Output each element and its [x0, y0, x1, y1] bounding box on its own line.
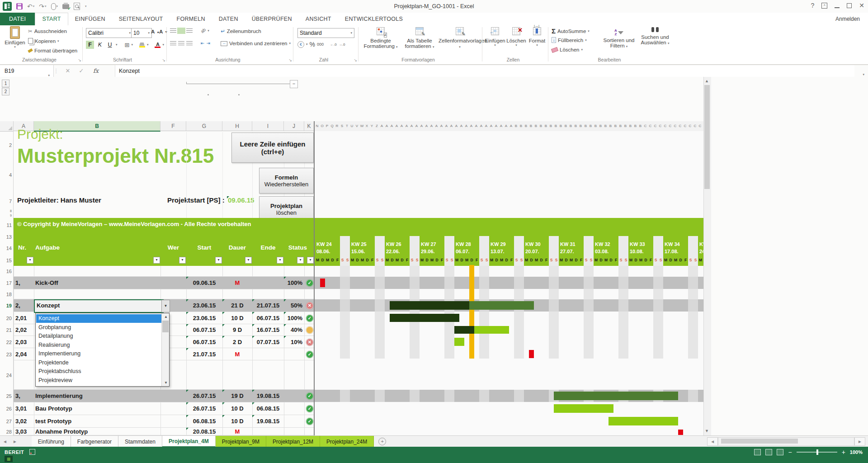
- action-button-1[interactable]: Leere Zeile einfügen(ctrl+e): [231, 132, 314, 163]
- column-header-day[interactable]: B: [613, 121, 618, 131]
- row-header-20[interactable]: 20: [0, 315, 12, 321]
- column-header-day[interactable]: A: [494, 121, 499, 131]
- column-header-day[interactable]: Q: [330, 121, 335, 131]
- ribbon-tab-datei[interactable]: DATEI: [0, 13, 35, 25]
- page-layout-view-icon[interactable]: [765, 449, 772, 455]
- scroll-down-icon[interactable]: ▼: [705, 429, 709, 433]
- column-header-day[interactable]: S: [340, 121, 344, 131]
- dropdown-item[interactable]: Realisierung: [36, 341, 163, 350]
- row-header-25[interactable]: 25: [0, 393, 12, 399]
- column-header-day[interactable]: W: [359, 121, 364, 131]
- column-header-day[interactable]: B: [578, 121, 583, 131]
- font-color-icon[interactable]: A: [155, 42, 160, 48]
- gantt-bar-bright[interactable]: [554, 404, 613, 413]
- help-icon[interactable]: ?: [811, 2, 814, 9]
- column-header-day[interactable]: B: [628, 121, 633, 131]
- column-header-day[interactable]: X: [364, 121, 369, 131]
- grow-font-button[interactable]: A▲: [151, 29, 160, 34]
- align-right-icon[interactable]: [186, 41, 193, 46]
- row-header-14[interactable]: 14: [0, 245, 12, 251]
- copy-button[interactable]: Kopieren▾: [28, 38, 59, 44]
- close-icon[interactable]: ✕: [859, 2, 864, 9]
- decrease-indent-icon[interactable]: ⇤: [201, 41, 204, 46]
- column-header-I[interactable]: I: [252, 121, 284, 131]
- column-header-day[interactable]: C: [698, 121, 703, 131]
- find-select-button[interactable]: Suchen und Auswählen ▾: [637, 27, 673, 45]
- font-family-select[interactable]: Calibri▾: [86, 28, 133, 38]
- row-header-26[interactable]: 26: [0, 406, 12, 412]
- row-header-27[interactable]: 27: [0, 418, 12, 425]
- ribbon-tab-überprüfen[interactable]: ÜBERPRÜFEN: [245, 13, 299, 25]
- filter-dropdown-icon[interactable]: ▼: [179, 257, 186, 264]
- ribbon-tab-entwicklertools[interactable]: ENTWICKLERTOOLS: [338, 13, 410, 25]
- thousands-icon[interactable]: 000: [317, 42, 324, 47]
- column-header-day[interactable]: B: [553, 121, 558, 131]
- number-format-select[interactable]: Standard▾: [297, 28, 354, 38]
- column-header-day[interactable]: N: [315, 121, 320, 131]
- align-middle-icon[interactable]: [178, 28, 184, 33]
- row-header-18[interactable]: 18: [0, 291, 12, 298]
- column-header-day[interactable]: B: [543, 121, 548, 131]
- decrease-decimal-icon[interactable]: →.0: [339, 43, 345, 47]
- hscroll-left-icon[interactable]: ◄: [707, 437, 718, 446]
- gantt-bar-red[interactable]: [529, 350, 534, 358]
- column-header-day[interactable]: A: [439, 121, 444, 131]
- wrap-text-button[interactable]: ↵Zeilenumbruch: [221, 28, 261, 34]
- sheet-tab-projektplan_9m[interactable]: Projektplan_9M: [216, 436, 266, 447]
- column-header-day[interactable]: C: [673, 121, 678, 131]
- column-header-F[interactable]: F: [160, 121, 186, 131]
- row-header-9[interactable]: 9: [0, 213, 12, 219]
- column-header-day[interactable]: C: [663, 121, 668, 131]
- column-header-day[interactable]: B: [608, 121, 613, 131]
- cell-styles-button[interactable]: Zellenformatvorlagen ▾: [439, 27, 481, 49]
- scroll-up-icon[interactable]: ▲: [164, 315, 168, 319]
- ribbon-tab-ansicht[interactable]: ANSICHT: [299, 13, 338, 25]
- column-header-day[interactable]: A: [479, 121, 484, 131]
- column-header-day[interactable]: A: [394, 121, 399, 131]
- column-header-day[interactable]: B: [528, 121, 533, 131]
- column-header-day[interactable]: Y: [369, 121, 374, 131]
- column-header-day[interactable]: B: [558, 121, 563, 131]
- column-header-day[interactable]: A: [379, 121, 384, 131]
- column-header-day[interactable]: A: [419, 121, 424, 131]
- column-header-day[interactable]: A: [509, 121, 514, 131]
- clear-button[interactable]: Löschen▾: [552, 47, 583, 52]
- row-header-4[interactable]: 4: [0, 172, 12, 178]
- percent-icon[interactable]: %: [310, 41, 315, 48]
- sheet-tab-projektplan_24m[interactable]: Projektplan_24M: [320, 436, 374, 447]
- select-all-corner[interactable]: [0, 121, 14, 132]
- column-header-J[interactable]: J: [284, 121, 304, 131]
- minimize-icon[interactable]: [835, 3, 840, 8]
- column-header-G[interactable]: G: [186, 121, 222, 131]
- conditional-formatting-button[interactable]: ≠ Bedingte Formatierung ▾: [362, 27, 400, 49]
- column-header-day[interactable]: B: [519, 121, 524, 131]
- gantt-bar-mid[interactable]: [469, 301, 534, 310]
- column-header-day[interactable]: B: [593, 121, 598, 131]
- column-header-day[interactable]: C: [683, 121, 688, 131]
- gantt-bar-dark[interactable]: [454, 326, 474, 334]
- add-sheet-icon[interactable]: +: [378, 438, 386, 445]
- zoom-out-icon[interactable]: −: [788, 449, 792, 456]
- merge-center-button[interactable]: ↔Verbinden und zentrieren▾: [221, 41, 291, 46]
- column-header-day[interactable]: P: [325, 121, 330, 131]
- prev-sheet-icon[interactable]: ◄: [0, 436, 10, 447]
- format-painter-button[interactable]: Format übertragen: [28, 48, 77, 53]
- column-header-day[interactable]: A: [409, 121, 414, 131]
- column-header-day[interactable]: Z: [374, 121, 379, 131]
- autosum-button[interactable]: ΣAutoSumme▾: [552, 27, 590, 35]
- column-header-day[interactable]: B: [638, 121, 643, 131]
- normal-view-icon[interactable]: [754, 449, 761, 455]
- row-header-28[interactable]: 28: [0, 429, 12, 435]
- filter-dropdown-icon[interactable]: ▼: [153, 257, 160, 264]
- gantt-bar-dark[interactable]: [390, 301, 469, 310]
- column-header-K[interactable]: K: [304, 121, 314, 131]
- column-header-day[interactable]: A: [404, 121, 409, 131]
- column-header-day[interactable]: C: [688, 121, 693, 131]
- outline-level-button-2[interactable]: 2: [2, 88, 9, 95]
- column-header-day[interactable]: B: [524, 121, 528, 131]
- row-header-24[interactable]: 24: [0, 372, 12, 378]
- column-header-day[interactable]: T: [344, 121, 349, 131]
- column-header-day[interactable]: B: [563, 121, 568, 131]
- align-left-icon[interactable]: [170, 41, 176, 46]
- column-header-day[interactable]: A: [499, 121, 504, 131]
